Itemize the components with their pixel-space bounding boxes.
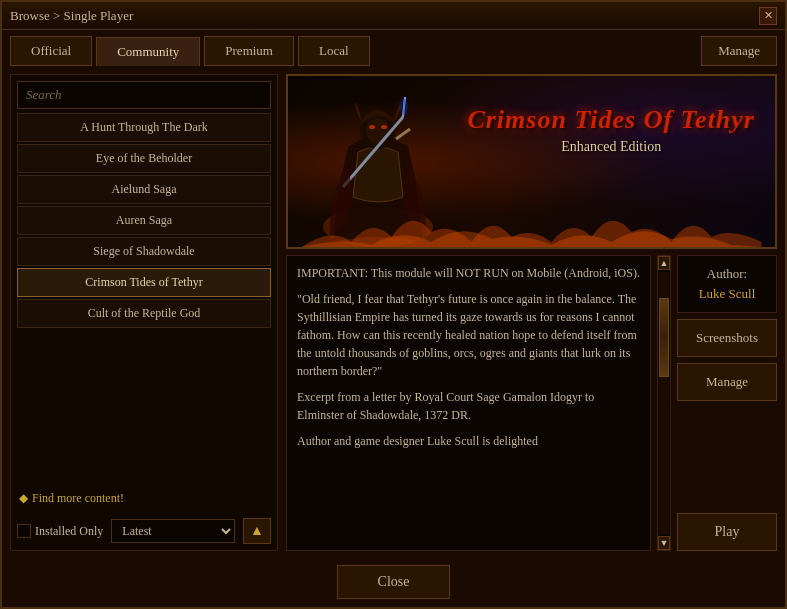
svg-point-9: [400, 99, 408, 115]
svg-point-3: [369, 125, 375, 129]
scroll-track: [659, 272, 669, 534]
svg-line-7: [396, 129, 410, 139]
tab-community[interactable]: Community: [96, 37, 200, 66]
list-item[interactable]: Eye of the Beholder: [17, 144, 271, 173]
manage-button[interactable]: Manage: [677, 363, 777, 401]
svg-point-4: [381, 125, 387, 129]
tab-bar: Official Community Premium Local Manage: [2, 30, 785, 66]
main-window: Browse > Single Player ✕ Official Commun…: [0, 0, 787, 609]
installed-only-checkbox[interactable]: [17, 524, 31, 538]
tab-official[interactable]: Official: [10, 36, 92, 66]
module-list: A Hunt Through The Dark Eye of the Behol…: [17, 113, 271, 483]
description-scrollbar[interactable]: ▲ ▼: [657, 255, 671, 551]
close-button[interactable]: Close: [337, 565, 451, 599]
list-item[interactable]: Cult of the Reptile God: [17, 299, 271, 328]
game-title-text: Crimson Tides Of Tethyr: [467, 106, 755, 135]
description-paragraph-1: "Old friend, I fear that Tethyr's future…: [297, 290, 640, 380]
flame-effect: [288, 187, 775, 247]
description-paragraph-3: Author and game designer Luke Scull is d…: [297, 432, 640, 450]
window-title: Browse > Single Player: [10, 8, 133, 24]
description-paragraph-2: Excerpt from a letter by Royal Court Sag…: [297, 388, 640, 424]
author-label: Author:: [688, 266, 766, 282]
scroll-down-button[interactable]: ▼: [658, 536, 670, 550]
description-panel: IMPORTANT: This module will NOT RUN on M…: [286, 255, 651, 551]
right-panel: Crimson Tides Of Tethyr Enhanced Edition…: [286, 74, 777, 551]
svg-point-2: [366, 118, 390, 144]
left-panel: A Hunt Through The Dark Eye of the Behol…: [10, 74, 278, 551]
main-content: A Hunt Through The Dark Eye of the Behol…: [2, 66, 785, 559]
tab-premium[interactable]: Premium: [204, 36, 294, 66]
footer: Close: [2, 559, 785, 607]
find-more-button[interactable]: ◆ Find more content!: [17, 487, 271, 510]
game-banner: Crimson Tides Of Tethyr Enhanced Edition: [286, 74, 777, 249]
tab-manage[interactable]: Manage: [701, 36, 777, 66]
bottom-controls: Installed Only Latest ▲: [17, 514, 271, 544]
author-name: Luke Scull: [688, 286, 766, 302]
find-more-label: Find more content!: [32, 491, 124, 506]
side-buttons: Author: Luke Scull Screenshots Manage Pl…: [677, 255, 777, 551]
version-select[interactable]: Latest: [111, 519, 235, 543]
screenshots-button[interactable]: Screenshots: [677, 319, 777, 357]
content-area: IMPORTANT: This module will NOT RUN on M…: [286, 255, 777, 551]
game-subtitle-text: Enhanced Edition: [467, 139, 755, 155]
sort-button[interactable]: ▲: [243, 518, 271, 544]
warning-text: IMPORTANT: This module will NOT RUN on M…: [297, 264, 640, 282]
scroll-up-button[interactable]: ▲: [658, 256, 670, 270]
spacer: [677, 407, 777, 507]
title-bar: Browse > Single Player ✕: [2, 2, 785, 30]
game-title-overlay: Crimson Tides Of Tethyr Enhanced Edition: [467, 106, 755, 155]
author-box: Author: Luke Scull: [677, 255, 777, 313]
list-item[interactable]: Aielund Saga: [17, 175, 271, 204]
scroll-thumb[interactable]: [659, 298, 669, 377]
tab-local[interactable]: Local: [298, 36, 370, 66]
window-close-button[interactable]: ✕: [759, 7, 777, 25]
installed-only-label[interactable]: Installed Only: [17, 524, 103, 539]
list-item[interactable]: Siege of Shadowdale: [17, 237, 271, 266]
play-button[interactable]: Play: [677, 513, 777, 551]
description-text: IMPORTANT: This module will NOT RUN on M…: [297, 264, 640, 450]
list-item[interactable]: Auren Saga: [17, 206, 271, 235]
installed-only-text: Installed Only: [35, 524, 103, 539]
diamond-icon: ◆: [19, 491, 28, 506]
list-item-selected[interactable]: Crimson Tides of Tethyr: [17, 268, 271, 297]
search-input[interactable]: [17, 81, 271, 109]
list-item[interactable]: A Hunt Through The Dark: [17, 113, 271, 142]
